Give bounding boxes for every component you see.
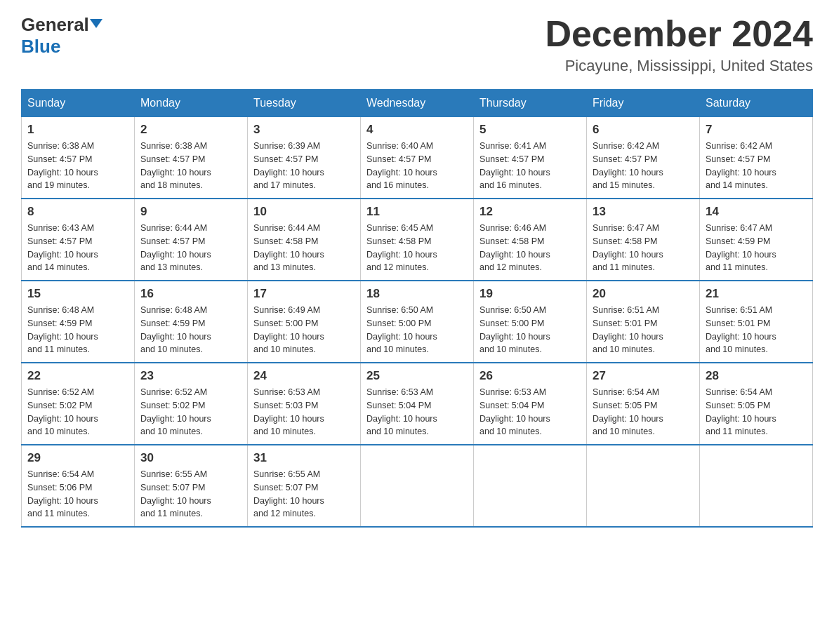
weekday-header-tuesday: Tuesday (248, 90, 361, 117)
day-number: 11 (366, 205, 468, 219)
calendar-cell: 9 Sunrise: 6:44 AM Sunset: 4:57 PM Dayli… (135, 199, 248, 281)
calendar-cell: 28 Sunrise: 6:54 AM Sunset: 5:05 PM Dayl… (700, 363, 813, 445)
calendar-cell: 3 Sunrise: 6:39 AM Sunset: 4:57 PM Dayli… (248, 117, 361, 199)
day-number: 3 (253, 123, 355, 137)
calendar-cell (700, 445, 813, 527)
calendar-cell: 23 Sunrise: 6:52 AM Sunset: 5:02 PM Dayl… (135, 363, 248, 445)
calendar-cell: 19 Sunrise: 6:50 AM Sunset: 5:00 PM Dayl… (474, 281, 587, 363)
day-number: 24 (253, 369, 355, 383)
day-info: Sunrise: 6:43 AM Sunset: 4:57 PM Dayligh… (27, 222, 128, 274)
day-info: Sunrise: 6:55 AM Sunset: 5:07 PM Dayligh… (253, 468, 355, 521)
location-subtitle: Picayune, Mississippi, United States (545, 57, 813, 75)
calendar-cell: 18 Sunrise: 6:50 AM Sunset: 5:00 PM Dayl… (361, 281, 474, 363)
logo-blue-text: Blue (21, 36, 60, 58)
day-info: Sunrise: 6:50 AM Sunset: 5:00 PM Dayligh… (366, 304, 468, 356)
day-number: 27 (593, 369, 694, 383)
calendar-cell: 20 Sunrise: 6:51 AM Sunset: 5:01 PM Dayl… (587, 281, 700, 363)
day-number: 19 (479, 287, 581, 301)
weekday-header-row: SundayMondayTuesdayWednesdayThursdayFrid… (22, 90, 813, 117)
day-number: 28 (706, 369, 807, 383)
day-number: 7 (706, 123, 807, 137)
day-number: 15 (27, 287, 128, 301)
calendar-cell: 22 Sunrise: 6:52 AM Sunset: 5:02 PM Dayl… (22, 363, 135, 445)
day-number: 18 (366, 287, 468, 301)
calendar-week-row: 15 Sunrise: 6:48 AM Sunset: 4:59 PM Dayl… (22, 281, 813, 363)
day-info: Sunrise: 6:48 AM Sunset: 4:59 PM Dayligh… (27, 304, 128, 356)
day-info: Sunrise: 6:42 AM Sunset: 4:57 PM Dayligh… (706, 140, 807, 192)
calendar-cell: 2 Sunrise: 6:38 AM Sunset: 4:57 PM Dayli… (135, 117, 248, 199)
day-number: 23 (140, 369, 241, 383)
day-info: Sunrise: 6:52 AM Sunset: 5:02 PM Dayligh… (27, 386, 128, 438)
day-number: 12 (479, 205, 581, 219)
day-info: Sunrise: 6:44 AM Sunset: 4:57 PM Dayligh… (140, 222, 241, 274)
calendar-cell (361, 445, 474, 527)
calendar-cell: 12 Sunrise: 6:46 AM Sunset: 4:58 PM Dayl… (474, 199, 587, 281)
calendar-cell: 24 Sunrise: 6:53 AM Sunset: 5:03 PM Dayl… (248, 363, 361, 445)
day-number: 31 (253, 451, 355, 465)
calendar-cell: 10 Sunrise: 6:44 AM Sunset: 4:58 PM Dayl… (248, 199, 361, 281)
calendar-week-row: 22 Sunrise: 6:52 AM Sunset: 5:02 PM Dayl… (22, 363, 813, 445)
day-number: 10 (253, 205, 355, 219)
day-number: 13 (593, 205, 694, 219)
day-info: Sunrise: 6:38 AM Sunset: 4:57 PM Dayligh… (140, 140, 241, 192)
calendar-cell: 1 Sunrise: 6:38 AM Sunset: 4:57 PM Dayli… (22, 117, 135, 199)
calendar-header: SundayMondayTuesdayWednesdayThursdayFrid… (22, 90, 813, 117)
weekday-header-thursday: Thursday (474, 90, 587, 117)
day-number: 2 (140, 123, 241, 137)
calendar-cell: 15 Sunrise: 6:48 AM Sunset: 4:59 PM Dayl… (22, 281, 135, 363)
calendar-cell: 21 Sunrise: 6:51 AM Sunset: 5:01 PM Dayl… (700, 281, 813, 363)
month-title: December 2024 (545, 14, 813, 54)
day-info: Sunrise: 6:51 AM Sunset: 5:01 PM Dayligh… (706, 304, 807, 356)
title-section: December 2024 Picayune, Mississippi, Uni… (545, 14, 813, 75)
calendar-cell: 17 Sunrise: 6:49 AM Sunset: 5:00 PM Dayl… (248, 281, 361, 363)
logo-triangle-icon (90, 19, 102, 28)
logo-general-text: General (21, 14, 89, 36)
weekday-header-friday: Friday (587, 90, 700, 117)
day-number: 20 (593, 287, 694, 301)
day-info: Sunrise: 6:54 AM Sunset: 5:06 PM Dayligh… (27, 468, 128, 521)
day-number: 16 (140, 287, 241, 301)
day-number: 14 (706, 205, 807, 219)
weekday-header-monday: Monday (135, 90, 248, 117)
calendar-cell (474, 445, 587, 527)
calendar-week-row: 29 Sunrise: 6:54 AM Sunset: 5:06 PM Dayl… (22, 445, 813, 527)
day-info: Sunrise: 6:46 AM Sunset: 4:58 PM Dayligh… (479, 222, 581, 274)
weekday-header-saturday: Saturday (700, 90, 813, 117)
calendar-cell: 13 Sunrise: 6:47 AM Sunset: 4:58 PM Dayl… (587, 199, 700, 281)
calendar-cell: 5 Sunrise: 6:41 AM Sunset: 4:57 PM Dayli… (474, 117, 587, 199)
weekday-header-wednesday: Wednesday (361, 90, 474, 117)
day-info: Sunrise: 6:40 AM Sunset: 4:57 PM Dayligh… (366, 140, 468, 192)
day-number: 25 (366, 369, 468, 383)
day-info: Sunrise: 6:49 AM Sunset: 5:00 PM Dayligh… (253, 304, 355, 356)
day-info: Sunrise: 6:53 AM Sunset: 5:03 PM Dayligh… (253, 386, 355, 438)
calendar-week-row: 1 Sunrise: 6:38 AM Sunset: 4:57 PM Dayli… (22, 117, 813, 199)
day-info: Sunrise: 6:44 AM Sunset: 4:58 PM Dayligh… (253, 222, 355, 274)
calendar-cell: 11 Sunrise: 6:45 AM Sunset: 4:58 PM Dayl… (361, 199, 474, 281)
calendar-cell: 14 Sunrise: 6:47 AM Sunset: 4:59 PM Dayl… (700, 199, 813, 281)
calendar-cell: 30 Sunrise: 6:55 AM Sunset: 5:07 PM Dayl… (135, 445, 248, 527)
day-info: Sunrise: 6:45 AM Sunset: 4:58 PM Dayligh… (366, 222, 468, 274)
calendar-cell: 16 Sunrise: 6:48 AM Sunset: 4:59 PM Dayl… (135, 281, 248, 363)
day-info: Sunrise: 6:55 AM Sunset: 5:07 PM Dayligh… (140, 468, 241, 521)
day-number: 21 (706, 287, 807, 301)
day-number: 22 (27, 369, 128, 383)
calendar-cell: 6 Sunrise: 6:42 AM Sunset: 4:57 PM Dayli… (587, 117, 700, 199)
day-info: Sunrise: 6:53 AM Sunset: 5:04 PM Dayligh… (366, 386, 468, 438)
calendar-cell: 25 Sunrise: 6:53 AM Sunset: 5:04 PM Dayl… (361, 363, 474, 445)
day-info: Sunrise: 6:47 AM Sunset: 4:58 PM Dayligh… (593, 222, 694, 274)
day-number: 29 (27, 451, 128, 465)
day-info: Sunrise: 6:38 AM Sunset: 4:57 PM Dayligh… (27, 140, 128, 192)
day-info: Sunrise: 6:54 AM Sunset: 5:05 PM Dayligh… (706, 386, 807, 438)
calendar-cell: 31 Sunrise: 6:55 AM Sunset: 5:07 PM Dayl… (248, 445, 361, 527)
day-info: Sunrise: 6:51 AM Sunset: 5:01 PM Dayligh… (593, 304, 694, 356)
day-number: 8 (27, 205, 128, 219)
day-info: Sunrise: 6:42 AM Sunset: 4:57 PM Dayligh… (593, 140, 694, 192)
calendar-body: 1 Sunrise: 6:38 AM Sunset: 4:57 PM Dayli… (22, 117, 813, 528)
calendar-cell: 29 Sunrise: 6:54 AM Sunset: 5:06 PM Dayl… (22, 445, 135, 527)
day-info: Sunrise: 6:50 AM Sunset: 5:00 PM Dayligh… (479, 304, 581, 356)
day-info: Sunrise: 6:39 AM Sunset: 4:57 PM Dayligh… (253, 140, 355, 192)
day-number: 26 (479, 369, 581, 383)
day-info: Sunrise: 6:41 AM Sunset: 4:57 PM Dayligh… (479, 140, 581, 192)
day-info: Sunrise: 6:53 AM Sunset: 5:04 PM Dayligh… (479, 386, 581, 438)
weekday-header-sunday: Sunday (22, 90, 135, 117)
